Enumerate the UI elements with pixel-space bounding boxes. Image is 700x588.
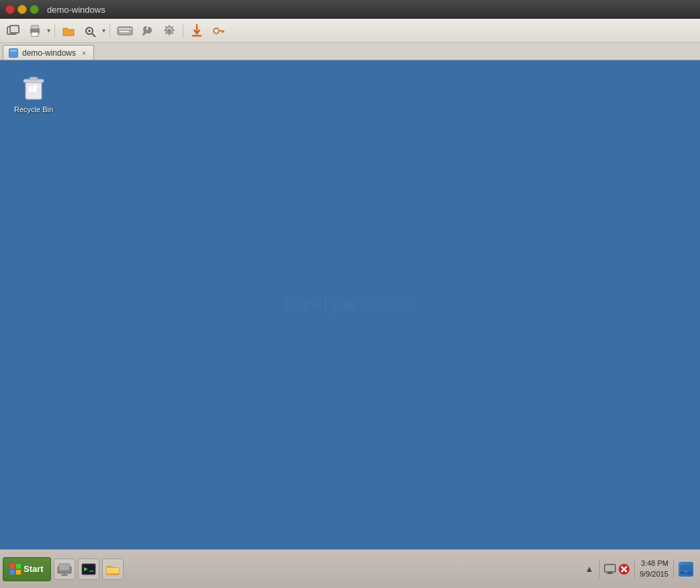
demo-windows-tab[interactable]: demo-windows × bbox=[3, 45, 94, 60]
key-button[interactable] bbox=[209, 21, 228, 40]
watermark-cloud-text: CLOUD bbox=[360, 297, 417, 313]
watermark-text: BizFly bbox=[283, 294, 338, 315]
sep3 bbox=[183, 24, 183, 38]
sep2 bbox=[110, 24, 110, 38]
taskbar: Start ▲ bbox=[0, 549, 700, 588]
network-drives-button[interactable] bbox=[54, 558, 75, 580]
svg-marker-24 bbox=[341, 297, 357, 310]
svg-rect-38 bbox=[61, 575, 68, 576]
svg-rect-13 bbox=[127, 28, 129, 30]
svg-rect-44 bbox=[607, 573, 613, 574]
svg-rect-12 bbox=[124, 28, 126, 30]
start-button[interactable]: Start bbox=[3, 557, 51, 581]
folder-button[interactable] bbox=[59, 21, 78, 40]
svg-rect-32 bbox=[10, 570, 15, 575]
svg-rect-1 bbox=[10, 26, 19, 33]
maximize-button[interactable] bbox=[30, 5, 39, 14]
sep1 bbox=[54, 24, 55, 38]
svg-rect-27 bbox=[30, 77, 38, 80]
clock-date: 9/9/2015 bbox=[640, 569, 668, 579]
watermark: BizFly CLOUD bbox=[283, 294, 417, 315]
svg-rect-3 bbox=[32, 26, 38, 29]
tray-sep2 bbox=[634, 560, 635, 579]
network-icon[interactable] bbox=[679, 562, 693, 577]
system-tray: ▲ 3:48 PM 9/9/2015 bbox=[579, 550, 697, 588]
start-label: Start bbox=[24, 564, 44, 574]
svg-rect-50 bbox=[685, 571, 687, 573]
tab-icon bbox=[9, 48, 18, 58]
svg-line-6 bbox=[92, 34, 95, 37]
svg-rect-42 bbox=[605, 565, 615, 572]
tray-icons: ▲ bbox=[583, 560, 637, 579]
settings-button[interactable] bbox=[160, 21, 179, 40]
svg-rect-17 bbox=[192, 35, 202, 37]
keyboard-button[interactable] bbox=[114, 21, 136, 40]
svg-rect-35 bbox=[59, 564, 70, 571]
clock: 3:48 PM 9/9/2015 bbox=[640, 558, 668, 579]
svg-rect-41 bbox=[89, 571, 93, 572]
svg-point-36 bbox=[67, 569, 69, 571]
tray-sep3 bbox=[673, 560, 674, 579]
svg-rect-29 bbox=[32, 85, 38, 93]
svg-rect-30 bbox=[10, 564, 15, 569]
close-button[interactable] bbox=[5, 5, 15, 14]
tray-sep1 bbox=[599, 560, 600, 579]
svg-rect-43 bbox=[608, 572, 612, 573]
tray-security-icon[interactable] bbox=[618, 563, 630, 575]
svg-rect-4 bbox=[32, 32, 38, 36]
clock-time: 3:48 PM bbox=[640, 558, 668, 569]
svg-rect-11 bbox=[122, 28, 124, 30]
tray-screen-icon[interactable] bbox=[604, 563, 616, 575]
window-controls[interactable] bbox=[5, 5, 39, 14]
svg-rect-33 bbox=[16, 570, 21, 575]
svg-rect-23 bbox=[10, 50, 17, 52]
svg-point-16 bbox=[167, 29, 171, 33]
svg-rect-10 bbox=[119, 28, 121, 30]
recycle-bin-image bbox=[20, 72, 47, 102]
folder-explorer-button[interactable] bbox=[102, 558, 124, 580]
zoom-button[interactable] bbox=[81, 21, 99, 40]
zoom-dropdown[interactable]: ▾ bbox=[102, 27, 105, 34]
minimize-button[interactable] bbox=[17, 5, 27, 14]
tab-bar: demo-windows × bbox=[0, 43, 700, 60]
tab-label: demo-windows bbox=[22, 48, 76, 58]
svg-rect-31 bbox=[16, 564, 21, 569]
print-button[interactable] bbox=[26, 21, 44, 40]
recycle-bin-icon[interactable]: Recycle Bin bbox=[12, 72, 55, 115]
new-window-button[interactable] bbox=[4, 21, 23, 40]
window-title: demo-windows bbox=[47, 5, 105, 15]
print-dropdown[interactable]: ▾ bbox=[47, 27, 50, 34]
svg-rect-14 bbox=[130, 28, 132, 30]
download-button[interactable] bbox=[187, 21, 206, 40]
tab-close-button[interactable]: × bbox=[80, 49, 88, 57]
recycle-bin-label: Recycle Bin bbox=[13, 105, 54, 115]
svg-point-18 bbox=[214, 28, 219, 34]
tray-expand-button[interactable]: ▲ bbox=[583, 563, 595, 575]
desktop: BizFly CLOUD Recycle Bin bbox=[0, 60, 700, 549]
tools-button[interactable] bbox=[138, 21, 157, 40]
terminal-button[interactable] bbox=[78, 558, 99, 580]
title-bar: demo-windows bbox=[0, 0, 700, 19]
toolbar: ▾ ▾ bbox=[0, 19, 700, 43]
svg-rect-15 bbox=[120, 31, 129, 32]
